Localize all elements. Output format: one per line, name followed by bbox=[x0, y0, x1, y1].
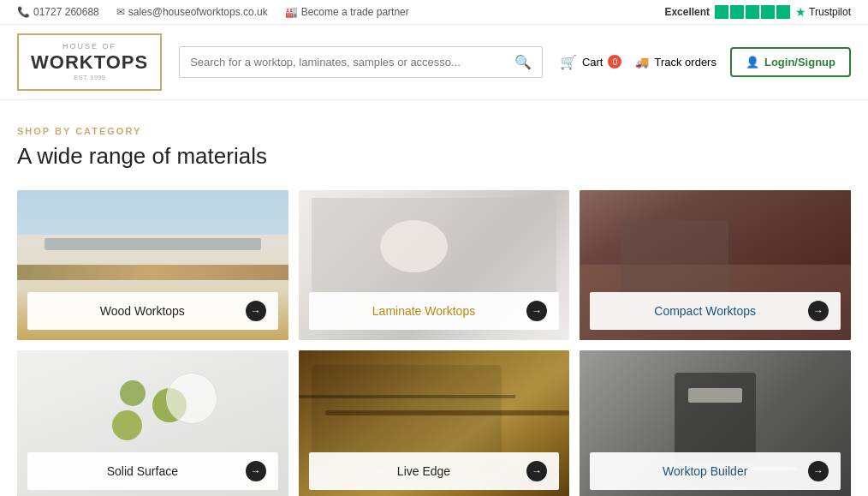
category-card-worktop-builder[interactable]: Worktop Builder → bbox=[580, 350, 851, 496]
phone-info: 📞 01727 260688 bbox=[17, 6, 99, 18]
trustpilot-label: Excellent bbox=[664, 6, 710, 18]
search-input[interactable] bbox=[180, 47, 504, 77]
card-label-text-worktop-builder: Worktop Builder bbox=[602, 464, 808, 478]
contact-info: 📞 01727 260688 ✉ sales@houseofworktops.c… bbox=[17, 6, 409, 18]
trustpilot-star-icon: ★ bbox=[795, 5, 806, 19]
card-arrow-solid-surface: → bbox=[246, 461, 266, 481]
trustpilot-brand: Trustpilot bbox=[809, 6, 851, 18]
header-actions: 🛒 Cart 0 🚚 Track orders 👤 Login/Signup bbox=[560, 47, 851, 77]
track-orders-button[interactable]: 🚚 Track orders bbox=[635, 56, 716, 69]
card-label-text-laminate: Laminate Worktops bbox=[321, 304, 527, 318]
login-button[interactable]: 👤 Login/Signup bbox=[730, 47, 851, 77]
card-label-text-wood: Wood Worktops bbox=[39, 304, 246, 318]
main-header: HOUSE OF WORKTOPS EST. 1999 🔍 🛒 Cart 0 🚚… bbox=[0, 25, 868, 100]
card-arrow-worktop-builder: → bbox=[808, 461, 829, 481]
trustpilot-logo: ★ Trustpilot bbox=[795, 5, 851, 19]
card-label-text-live-edge: Live Edge bbox=[321, 464, 527, 478]
cart-badge: 0 bbox=[608, 55, 621, 69]
logo-main: WORKTOPS bbox=[31, 51, 148, 74]
trade-info: 🏭 Become a trade partner bbox=[285, 6, 409, 18]
truck-icon: 🚚 bbox=[635, 56, 649, 69]
cart-button[interactable]: 🛒 Cart 0 bbox=[560, 54, 622, 70]
star-2 bbox=[730, 5, 744, 19]
card-label-solid-surface[interactable]: Solid Surface → bbox=[27, 452, 278, 490]
card-arrow-laminate: → bbox=[526, 301, 547, 321]
section-eyebrow: SHOP BY CATEGORY bbox=[17, 126, 851, 136]
top-bar: 📞 01727 260688 ✉ sales@houseofworktops.c… bbox=[0, 0, 868, 25]
phone-number: 01727 260688 bbox=[33, 6, 99, 18]
star-1 bbox=[715, 5, 728, 19]
star-4 bbox=[761, 5, 775, 19]
trade-label: Become a trade partner bbox=[301, 6, 409, 18]
trade-icon: 🏭 bbox=[285, 6, 298, 18]
card-label-worktop-builder[interactable]: Worktop Builder → bbox=[590, 452, 841, 490]
logo-box[interactable]: HOUSE OF WORKTOPS EST. 1999 bbox=[17, 33, 162, 91]
card-arrow-compact: → bbox=[808, 301, 829, 321]
star-5 bbox=[776, 5, 790, 19]
card-arrow-live-edge: → bbox=[526, 461, 547, 481]
email-icon: ✉ bbox=[116, 6, 125, 18]
category-card-solid-surface[interactable]: Solid Surface → bbox=[17, 350, 288, 496]
card-label-wood[interactable]: Wood Worktops → bbox=[27, 292, 278, 330]
trustpilot-area: Excellent ★ Trustpilot bbox=[664, 5, 851, 19]
logo-area[interactable]: HOUSE OF WORKTOPS EST. 1999 bbox=[17, 33, 162, 91]
card-label-text-compact: Compact Worktops bbox=[602, 304, 808, 318]
search-area[interactable]: 🔍 bbox=[179, 46, 543, 78]
category-card-laminate[interactable]: Laminate Worktops → bbox=[299, 190, 570, 340]
card-label-laminate[interactable]: Laminate Worktops → bbox=[309, 292, 560, 330]
phone-icon: 📞 bbox=[17, 6, 30, 18]
star-3 bbox=[746, 5, 759, 19]
category-card-compact[interactable]: Compact Worktops → bbox=[580, 190, 851, 340]
trustpilot-stars bbox=[715, 5, 790, 19]
logo-sub: EST. 1999 bbox=[31, 74, 148, 82]
category-card-live-edge[interactable]: Live Edge → bbox=[299, 350, 570, 496]
card-label-compact[interactable]: Compact Worktops → bbox=[590, 292, 841, 330]
logo-top: HOUSE OF bbox=[31, 42, 148, 51]
main-content: SHOP BY CATEGORY A wide range of materia… bbox=[0, 100, 868, 496]
category-grid: Wood Worktops → Laminate Worktops → bbox=[17, 190, 851, 496]
email-info: ✉ sales@houseofworktops.co.uk bbox=[116, 6, 268, 18]
section-title: A wide range of materials bbox=[17, 143, 851, 170]
cart-icon: 🛒 bbox=[560, 54, 577, 70]
login-label: Login/Signup bbox=[764, 56, 835, 69]
card-label-live-edge[interactable]: Live Edge → bbox=[309, 452, 560, 490]
card-arrow-wood: → bbox=[246, 301, 266, 321]
search-button[interactable]: 🔍 bbox=[504, 47, 542, 77]
email-address: sales@houseofworktops.co.uk bbox=[128, 6, 268, 18]
card-label-text-solid-surface: Solid Surface bbox=[39, 464, 246, 478]
category-card-wood[interactable]: Wood Worktops → bbox=[17, 190, 288, 340]
track-label: Track orders bbox=[654, 56, 716, 69]
cart-label: Cart bbox=[582, 56, 603, 69]
user-icon: 👤 bbox=[746, 56, 759, 69]
